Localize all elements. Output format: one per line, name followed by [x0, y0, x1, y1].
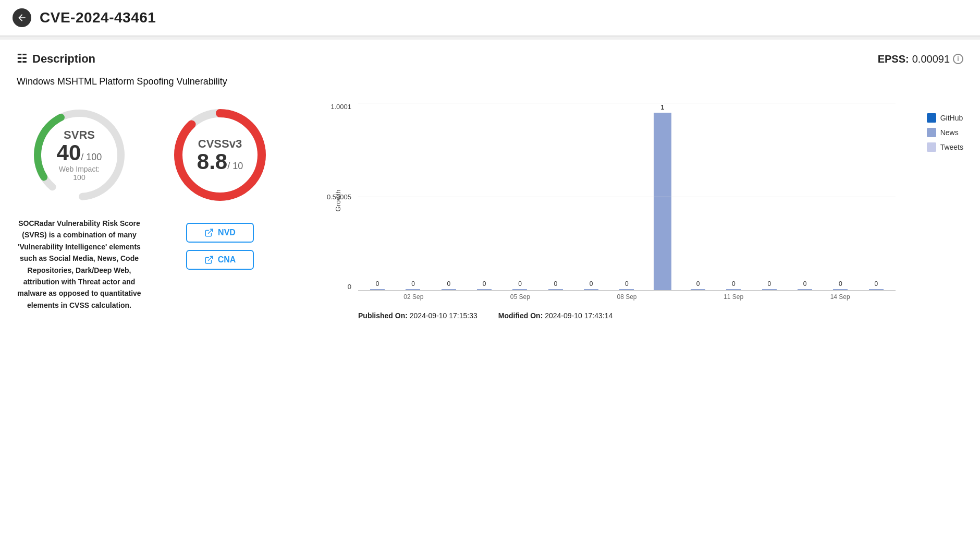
svrs-score: 40/ 100 — [53, 142, 105, 164]
svrs-max: / 100 — [81, 152, 102, 162]
epss-container: EPSS: 0.00091 i — [878, 53, 963, 65]
chart-wrapper: 1.0001 0.50005 0 Growth 0 — [319, 103, 963, 353]
bar-group-14: 0 — [823, 280, 858, 290]
bar-top-4: 0 — [483, 280, 486, 287]
bar-group-11: 0 — [716, 280, 751, 290]
svrs-gauge-label: SVRS 40/ 100 Web Impact: 100 — [53, 128, 105, 182]
bar-group-4: 0 — [467, 280, 501, 290]
svrs-gauge: SVRS 40/ 100 Web Impact: 100 — [27, 103, 131, 207]
bar-14 — [833, 289, 848, 290]
svrs-description: SOCRadar Vulnerability Risk Score (SVRS)… — [17, 218, 142, 311]
scores-row: SVRS 40/ 100 Web Impact: 100 SOCRadar Vu… — [17, 103, 963, 353]
bar-group-3: 0 — [432, 280, 466, 290]
bar-top-14: 0 — [839, 280, 842, 287]
bar-4 — [477, 289, 492, 290]
svrs-section: SVRS 40/ 100 Web Impact: 100 SOCRadar Vu… — [17, 103, 142, 311]
bar-group-5: 0 — [503, 280, 537, 290]
bar-top-6: 0 — [554, 280, 557, 287]
bar-12 — [762, 289, 777, 290]
gridline-top — [358, 103, 896, 103]
vulnerability-title: Windows MSHTML Platform Spoofing Vulnera… — [17, 76, 963, 87]
bar-3 — [442, 289, 456, 290]
legend-tweets-swatch — [927, 142, 936, 152]
bar-top-5: 0 — [518, 280, 522, 287]
section-title: ☷ Description — [17, 52, 95, 66]
bar-8 — [619, 289, 634, 290]
chart-plot: 0 0 0 — [358, 103, 896, 291]
description-section-icon: ☷ — [17, 53, 27, 65]
bar-top-1: 0 — [376, 280, 379, 287]
bar-10 — [691, 289, 705, 290]
x-tick-02sep: 02 Sep — [360, 293, 467, 301]
bar-top-10: 0 — [696, 280, 700, 287]
bar-top-13: 0 — [803, 280, 807, 287]
legend-news: News — [927, 128, 963, 137]
chart-legend: GitHub News Tweets — [927, 113, 963, 152]
x-tick-14sep: 14 Sep — [787, 293, 893, 301]
bar-group-13: 0 — [788, 280, 822, 290]
legend-github-label: GitHub — [940, 114, 963, 122]
gridline-mid — [358, 197, 896, 197]
bar-top-12: 0 — [767, 280, 771, 287]
bar-group-7: 0 — [574, 280, 608, 290]
cvss-section: CVSSv3 8.8/ 10 NVD — [163, 103, 277, 270]
section-header: ☷ Description EPSS: 0.00091 i — [17, 52, 963, 66]
main-content: ☷ Description EPSS: 0.00091 i Windows MS… — [0, 40, 980, 366]
bar-top-2: 0 — [411, 280, 415, 287]
cvss-gauge-label: CVSSv3 8.8/ 10 — [197, 137, 243, 173]
published-label: Published On: — [358, 311, 408, 320]
bar-top-9: 1 — [660, 104, 664, 111]
footer-info: Published On: 2024-09-10 17:15:33 Modifi… — [358, 311, 612, 320]
nvd-button[interactable]: NVD — [186, 223, 254, 243]
bar-2 — [406, 289, 420, 290]
bar-5 — [512, 289, 527, 290]
published-value: 2024-09-10 17:15:33 — [410, 311, 477, 320]
legend-tweets: Tweets — [927, 142, 963, 152]
svg-line-4 — [209, 229, 213, 233]
modified-on: Modified On: 2024-09-10 17:43:14 — [498, 311, 612, 320]
epss-value: 0.00091 — [912, 53, 950, 65]
bar-group-6: 0 — [538, 280, 573, 290]
bar-top-3: 0 — [447, 280, 450, 287]
description-label: Description — [32, 52, 95, 66]
legend-news-swatch — [927, 128, 936, 137]
header: CVE-2024-43461 — [0, 0, 980, 37]
bar-group-12: 0 — [752, 280, 787, 290]
y-label-bot: 0 — [348, 283, 351, 291]
bar-6 — [548, 289, 563, 290]
bar-group-1: 0 — [360, 280, 395, 290]
y-label-top: 1.0001 — [330, 103, 351, 111]
growth-axis-label: Growth — [334, 190, 342, 212]
nvd-label: NVD — [218, 228, 236, 237]
bar-group-2: 0 — [396, 280, 430, 290]
x-axis: 02 Sep 05 Sep 08 Sep 11 Sep 14 Sep — [358, 293, 896, 301]
legend-news-label: News — [940, 128, 959, 137]
modified-label: Modified On: — [498, 311, 543, 320]
bar-top-8: 0 — [625, 280, 629, 287]
bar-7 — [584, 289, 598, 290]
cvss-gauge: CVSSv3 8.8/ 10 — [168, 103, 272, 207]
bar-15 — [869, 289, 884, 290]
bar-group-9: 1 — [645, 104, 680, 290]
legend-github-swatch — [927, 113, 936, 123]
bar-top-7: 0 — [590, 280, 593, 287]
published-on: Published On: 2024-09-10 17:15:33 — [358, 311, 477, 320]
cna-button[interactable]: CNA — [186, 250, 254, 270]
svg-line-5 — [208, 256, 212, 260]
cvss-buttons: NVD CNA — [186, 223, 254, 270]
cvss-score: 8.8/ 10 — [197, 151, 243, 173]
legend-tweets-label: Tweets — [940, 143, 963, 151]
back-button[interactable] — [13, 8, 31, 27]
page-title: CVE-2024-43461 — [40, 9, 156, 26]
legend-github: GitHub — [927, 113, 963, 123]
cvss-max: / 10 — [227, 161, 243, 171]
epss-info-icon[interactable]: i — [953, 54, 963, 64]
svrs-sub: Web Impact: 100 — [53, 165, 105, 182]
x-tick-08sep: 08 Sep — [573, 293, 680, 301]
bar-top-15: 0 — [874, 280, 878, 287]
cna-label: CNA — [218, 255, 236, 265]
bar-13 — [798, 289, 812, 290]
x-tick-05sep: 05 Sep — [467, 293, 574, 301]
bar-group-8: 0 — [609, 280, 644, 290]
bar-11 — [726, 289, 741, 290]
